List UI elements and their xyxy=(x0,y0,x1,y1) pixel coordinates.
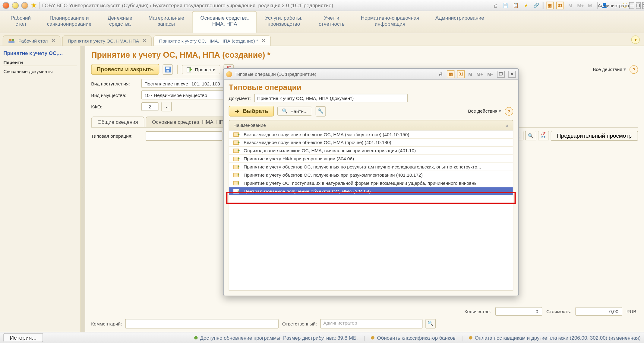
tabs-dropdown-icon[interactable]: ▾ xyxy=(631,35,640,44)
list-item[interactable]: Безвозмездное получение объектов ОС, НМА… xyxy=(229,139,513,147)
window-btn2-icon[interactable] xyxy=(21,2,28,9)
minimize-button[interactable]: — xyxy=(629,2,634,9)
list-item-label: Принятие к учету объектов ОС, полученных… xyxy=(244,164,481,169)
section-tab-services[interactable]: Услуги, работы, производство xyxy=(257,11,311,33)
list-item-label: Безвозмездное получение объектов ОС, НМА… xyxy=(244,132,409,137)
status-update[interactable]: Доступно обновление программы. Размер ди… xyxy=(194,335,358,341)
help-icon[interactable]: ? xyxy=(630,65,638,73)
list-item[interactable]: Оприходование излишков ОС, НМА, выявленн… xyxy=(229,147,513,155)
open-tab-desktop[interactable]: Рабочий стол ✕ xyxy=(2,35,60,46)
modal-find-button[interactable]: 🔍 Найти... xyxy=(277,107,312,116)
typical-op-search-icon[interactable]: 🔍 xyxy=(525,131,536,140)
m-button[interactable]: M xyxy=(567,2,574,9)
save-icon[interactable] xyxy=(163,64,173,75)
history-button[interactable]: История... xyxy=(3,333,43,342)
section-tab-fixed-assets[interactable]: Основные средства, НМА, НПА xyxy=(192,11,257,33)
section-tab-planning[interactable]: Планирование и санкционирование xyxy=(39,11,99,33)
receipt-type-select[interactable]: Поступление на счет 101, 102, 103 xyxy=(141,79,231,88)
close-tab-icon[interactable]: ✕ xyxy=(51,38,55,43)
kfo-input[interactable]: 2 xyxy=(141,102,159,111)
info-icon[interactable]: ⓘ xyxy=(621,2,629,9)
modal-m-plus-button[interactable]: M+ xyxy=(475,72,484,77)
modal-doc-input[interactable]: Принятие к учету ОС, НМА, НПА (Документ) xyxy=(254,94,408,102)
list-item[interactable]: Принятие к учету объектов ОС, полученных… xyxy=(229,163,513,171)
status-payments[interactable]: Оплата поставщикам и другие платежи (206… xyxy=(469,335,641,341)
modal-list[interactable]: Безвозмездное получение объектов ОС, НМА… xyxy=(229,130,513,290)
sidebar-link-related-docs[interactable]: Связанные документы xyxy=(3,68,77,75)
page-title: Принятие к учету ОС, НМА, НПА (создание)… xyxy=(91,50,638,60)
section-tab-accounting[interactable]: Учет и отчетность xyxy=(311,11,353,33)
post-and-close-button[interactable]: Провести и закрыть xyxy=(91,64,159,75)
responsible-search-icon[interactable]: 🔍 xyxy=(425,319,436,329)
m-minus-button[interactable]: M- xyxy=(587,2,595,9)
typical-op-dtkt-icon[interactable]: ДтКт xyxy=(538,131,549,140)
modal-m-minus-button[interactable]: M- xyxy=(487,72,494,77)
responsible-label: Ответственный: xyxy=(282,321,317,326)
modal-column-header[interactable]: Наименование ▴ xyxy=(229,120,513,130)
status-banks[interactable]: Обновить классификатор банков xyxy=(371,335,456,341)
print-icon[interactable]: 🖨 xyxy=(491,2,499,9)
modal-calculator-icon[interactable]: ▦ xyxy=(447,70,454,78)
modal-header: Типовые операции xyxy=(224,80,519,94)
list-item[interactable]: Принятие к учету ОС, поступивших в натур… xyxy=(229,179,513,187)
maximize-button[interactable]: ❐ xyxy=(636,2,640,9)
list-item[interactable]: Безвозмездное получение объектов ОС, НМА… xyxy=(229,130,513,139)
footer-row: Комментарий: Ответственный: Администрато… xyxy=(91,319,638,329)
svg-rect-1 xyxy=(9,39,11,41)
doc-icon[interactable]: 📄 xyxy=(502,2,509,9)
sidebar-grip[interactable]: ⋮ xyxy=(81,46,85,332)
section-tab-cash[interactable]: Денежные средства xyxy=(99,11,140,33)
list-item[interactable]: Принятие к учету объектов ОС, полученных… xyxy=(229,171,513,179)
desktop-icon xyxy=(8,38,15,43)
modal-help-icon[interactable]: ? xyxy=(505,107,513,115)
modal-m-button[interactable]: M xyxy=(467,72,473,77)
magnifier-icon: 🔍 xyxy=(282,108,288,114)
close-tab-icon[interactable]: ✕ xyxy=(142,38,146,43)
modal-print-icon[interactable]: 🖨 xyxy=(437,70,444,78)
calculator-icon[interactable]: ▦ xyxy=(546,2,554,9)
all-actions-button[interactable]: Все действия xyxy=(593,66,626,72)
user-label[interactable]: Администратор xyxy=(611,2,618,9)
modal-restore-button[interactable]: ❐ xyxy=(497,71,505,78)
link-icon[interactable]: 🔗 xyxy=(532,2,540,9)
section-tab-materials[interactable]: Материальные запасы xyxy=(140,11,192,33)
comment-input[interactable] xyxy=(125,319,279,329)
post-button[interactable]: Провести xyxy=(182,65,220,74)
open-tab-create[interactable]: Принятие к учету ОС, НМА, НПА (создание)… xyxy=(153,35,271,46)
modal-all-actions-button[interactable]: Все действия xyxy=(468,108,501,114)
section-tab-admin[interactable]: Администрирование xyxy=(427,11,492,33)
inner-tab-general[interactable]: Общие сведения xyxy=(91,117,144,127)
m-plus-button[interactable]: M+ xyxy=(577,2,584,9)
modal-select-button[interactable]: Выбрать xyxy=(229,106,274,116)
cost-value: 0,00 xyxy=(575,307,622,316)
sidebar-header: Принятие к учету ОС,… xyxy=(3,50,77,56)
inner-tab-assets[interactable]: Основные средства, НМА, НП xyxy=(146,117,230,127)
list-item[interactable]: Принятие к учету НФА при реорганизации (… xyxy=(229,155,513,163)
app-logo-icon xyxy=(226,71,232,77)
window-btn-icon[interactable] xyxy=(12,2,19,9)
modal-window-title: Типовые операции (1С:Предприятие) xyxy=(235,72,316,77)
section-tab-reference[interactable]: Нормативно-справочная информация xyxy=(353,11,427,33)
modal-calendar-icon[interactable]: 31 xyxy=(457,70,465,78)
modal-close-button[interactable]: ✕ xyxy=(508,71,516,78)
list-item[interactable]: Централизованное получение объектов ОС, … xyxy=(229,187,513,195)
typical-op-input[interactable] xyxy=(146,131,222,140)
close-button[interactable]: ✕ xyxy=(642,2,644,9)
currency-label: RUB xyxy=(627,309,636,314)
favorite-star-icon[interactable]: ★ xyxy=(31,1,37,9)
section-tab-desktop[interactable]: Рабочий стол xyxy=(2,11,39,33)
responsible-input[interactable]: Администратор xyxy=(320,319,422,329)
title-toolbar: 🖨 📄 📋 ★ 🔗 ▦ 31 M M+ M- 👤 Администратор ⓘ… xyxy=(491,2,641,9)
close-tab-icon[interactable]: ✕ xyxy=(261,38,265,43)
preview-button[interactable]: Предварительный просмотр xyxy=(551,131,638,141)
kfo-picker-button[interactable]: … xyxy=(161,102,172,111)
modal-clear-filter-icon[interactable]: 🔧 xyxy=(316,106,326,116)
row-icon xyxy=(233,132,240,137)
open-tab-list[interactable]: Принятия к учету ОС, НМА, НПА ✕ xyxy=(62,35,152,46)
calendar-icon[interactable]: 31 xyxy=(556,2,564,9)
qty-value: 0 xyxy=(495,307,542,316)
window-menu-icon[interactable] xyxy=(2,2,9,9)
star-small-icon[interactable]: ★ xyxy=(522,2,530,9)
property-type-select[interactable]: 10 - Недвижимое имущество xyxy=(141,90,231,99)
copy-icon[interactable]: 📋 xyxy=(512,2,519,9)
